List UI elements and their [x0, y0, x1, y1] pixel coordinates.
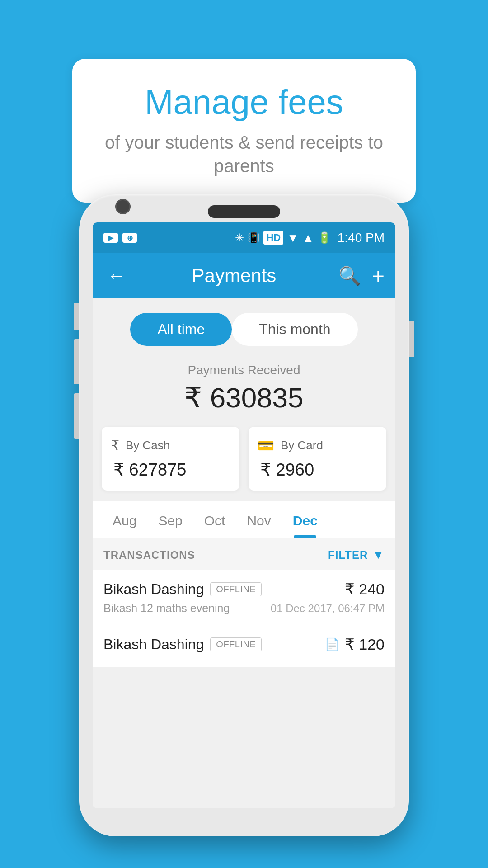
- transaction-item-1[interactable]: Bikash Dashing OFFLINE ₹ 240 Bikash 12 m…: [93, 570, 395, 625]
- bubble-title: Manage fees: [99, 81, 389, 123]
- vibrate-icon: 📳: [248, 232, 260, 244]
- transaction-date-1: 01 Dec 2017, 06:47 PM: [271, 602, 385, 615]
- doc-icon-2: 📄: [325, 637, 339, 651]
- transaction-name-badge-2: Bikash Dashing OFFLINE: [103, 636, 262, 653]
- transaction-amount-2: ₹ 120: [345, 635, 385, 653]
- payment-methods: ₹ By Cash ₹ 627875 💳 By Card ₹ 2960: [93, 427, 395, 501]
- transactions-header: TRANSACTIONS FILTER ▼: [93, 538, 395, 570]
- filter-label: FILTER: [328, 549, 368, 561]
- app-bar: ← Payments 🔍 +: [93, 253, 395, 298]
- by-card-amount: ₹ 2960: [258, 460, 377, 480]
- month-tab-oct[interactable]: Oct: [193, 501, 236, 538]
- offline-badge-1: OFFLINE: [210, 582, 262, 596]
- bluetooth-icon: ✳: [235, 231, 244, 244]
- transaction-subtitle-1: Bikash 12 maths evening: [103, 602, 230, 615]
- filter-button[interactable]: FILTER ▼: [328, 548, 385, 562]
- app-bar-actions: 🔍 +: [338, 264, 385, 288]
- transaction-row-top-2: Bikash Dashing OFFLINE 📄 ₹ 120: [103, 635, 385, 653]
- transaction-name-2: Bikash Dashing: [103, 636, 204, 653]
- bubble-subtitle: of your students & send receipts to pare…: [99, 131, 389, 178]
- speech-bubble: Manage fees of your students & send rece…: [72, 59, 416, 203]
- payments-received-section: Payments Received ₹ 630835: [93, 359, 395, 427]
- transaction-amount-1: ₹ 240: [345, 580, 385, 598]
- transaction-name-1: Bikash Dashing: [103, 581, 204, 598]
- add-payment-button[interactable]: +: [372, 264, 385, 288]
- phone-mockup: ▶ ⊕ ✳ 📳 HD ▼ ▲ 🔋 1:40 PM ←: [79, 194, 409, 836]
- status-right: ✳ 📳 HD ▼ ▲ 🔋 1:40 PM: [235, 231, 385, 245]
- card-icon: 💳: [258, 438, 274, 453]
- month-tabs: Aug Sep Oct Nov Dec: [93, 501, 395, 538]
- cash-icon: ₹: [111, 438, 119, 453]
- battery-icon: 🔋: [318, 231, 331, 244]
- by-cash-label: By Cash: [126, 439, 170, 453]
- by-card-card: 💳 By Card ₹ 2960: [249, 427, 386, 491]
- payments-received-label: Payments Received: [93, 363, 395, 377]
- status-bar: ▶ ⊕ ✳ 📳 HD ▼ ▲ 🔋 1:40 PM: [93, 222, 395, 253]
- month-tab-nov[interactable]: Nov: [236, 501, 282, 538]
- signal-icon: ▲: [302, 231, 314, 245]
- volume-down-button: [74, 393, 79, 439]
- app-bar-title: Payments: [139, 265, 329, 287]
- by-cash-header: ₹ By Cash: [111, 438, 230, 453]
- phone-body: ▶ ⊕ ✳ 📳 HD ▼ ▲ 🔋 1:40 PM ←: [79, 194, 409, 836]
- transaction-row-bottom-1: Bikash 12 maths evening 01 Dec 2017, 06:…: [103, 602, 385, 615]
- by-cash-card: ₹ By Cash ₹ 627875: [102, 427, 239, 491]
- month-tab-dec[interactable]: Dec: [282, 501, 328, 538]
- transaction-item-2[interactable]: Bikash Dashing OFFLINE 📄 ₹ 120: [93, 625, 395, 667]
- wifi-icon: ▼: [287, 231, 299, 245]
- volume-up-button: [74, 339, 79, 384]
- screen-content: All time This month Payments Received ₹ …: [93, 298, 395, 808]
- search-button[interactable]: 🔍: [338, 265, 361, 287]
- month-tab-sep[interactable]: Sep: [147, 501, 193, 538]
- status-time: 1:40 PM: [338, 231, 385, 245]
- volume-mute-button: [74, 303, 79, 330]
- status-left-icons: ▶ ⊕: [103, 233, 137, 243]
- offline-badge-2: OFFLINE: [210, 637, 262, 651]
- youtube-icon: ▶: [103, 233, 118, 243]
- all-time-tab[interactable]: All time: [130, 313, 232, 346]
- transactions-section-label: TRANSACTIONS: [103, 549, 195, 561]
- hd-badge: HD: [263, 231, 283, 245]
- by-card-label: By Card: [281, 439, 323, 453]
- by-card-header: 💳 By Card: [258, 438, 377, 453]
- filter-icon: ▼: [372, 548, 385, 562]
- speaker: [208, 205, 280, 218]
- filter-tabs: All time This month: [93, 298, 395, 359]
- this-month-tab[interactable]: This month: [232, 313, 357, 346]
- back-button[interactable]: ←: [103, 261, 130, 290]
- transaction-name-badge-1: Bikash Dashing OFFLINE: [103, 581, 262, 598]
- power-button: [409, 321, 414, 357]
- transaction-row-top-1: Bikash Dashing OFFLINE ₹ 240: [103, 580, 385, 598]
- month-tab-aug[interactable]: Aug: [102, 501, 147, 538]
- by-cash-amount: ₹ 627875: [111, 460, 230, 480]
- app-icon: ⊕: [122, 233, 137, 243]
- phone-screen: ▶ ⊕ ✳ 📳 HD ▼ ▲ 🔋 1:40 PM ←: [93, 222, 395, 808]
- camera: [115, 199, 131, 214]
- payments-received-amount: ₹ 630835: [93, 381, 395, 414]
